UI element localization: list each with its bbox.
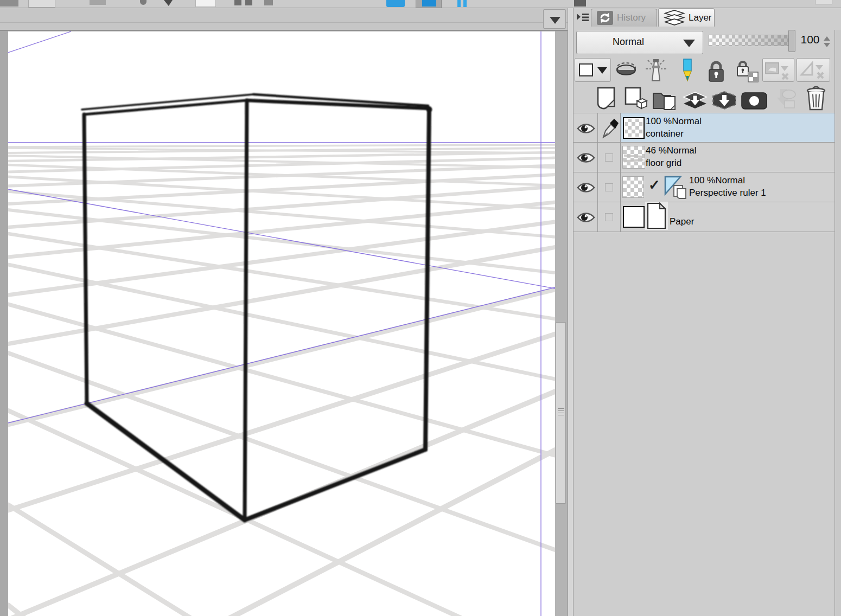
layer-row-main[interactable]: 100 %Normal container xyxy=(621,113,834,142)
delete-layer-trash-icon[interactable] xyxy=(804,86,828,112)
layer-row-main[interactable]: Paper xyxy=(621,202,834,232)
canvas-collapse-button[interactable] xyxy=(543,9,566,29)
toolbar-fragment-swatch xyxy=(195,0,216,7)
panel-menu-button[interactable] xyxy=(575,10,590,24)
draft-layer-pencil-icon[interactable] xyxy=(680,58,695,83)
eye-icon xyxy=(577,151,595,164)
visibility-cell[interactable] xyxy=(574,113,598,142)
toolbar-fragment-icon xyxy=(234,0,241,5)
edit-target-cell[interactable] xyxy=(598,143,621,172)
merge-down-icon[interactable] xyxy=(683,91,708,111)
perspective-ruler-icon xyxy=(664,176,687,201)
layer-name: Perspective ruler 1 xyxy=(689,188,766,198)
lock-transparent-pixels-icon[interactable] xyxy=(735,60,760,83)
layers-icon xyxy=(664,10,685,25)
layer-thumbnail[interactable] xyxy=(623,146,645,168)
layer-name: floor grid xyxy=(646,158,681,169)
opacity-slider-handle[interactable] xyxy=(788,30,795,52)
layer-row-perspective-ruler[interactable]: ✓ 100 %Normal Perspective ruler 1 xyxy=(574,172,834,202)
reference-layer-lighthouse-icon[interactable] xyxy=(645,58,667,83)
create-layer-mask-icon[interactable] xyxy=(741,92,767,110)
layer-opacity-mode: 100 %Normal xyxy=(646,116,702,127)
layer-color-dropdown-button[interactable] xyxy=(575,58,611,82)
clipped-toolbar-strip xyxy=(0,0,841,8)
toolbar-fragment-pressed-button xyxy=(416,0,442,8)
toolbar-fragment-button xyxy=(815,0,832,4)
divider xyxy=(0,22,568,23)
layer-panel: History Layer Normal 100 xyxy=(574,8,841,616)
drawing-canvas[interactable] xyxy=(8,31,555,616)
toolbar-fragment-icon xyxy=(0,0,18,7)
scrollbar-thumb[interactable] xyxy=(556,322,566,504)
mask-disabled-icon xyxy=(763,59,794,81)
layer-row-main[interactable]: ✓ 100 %Normal Perspective ruler 1 xyxy=(621,172,834,202)
visibility-cell[interactable] xyxy=(574,202,598,232)
toolbar-fragment-icon xyxy=(245,0,252,5)
layer-row-floor-grid[interactable]: 46 %Normal floor grid xyxy=(574,143,834,172)
canvas-artwork xyxy=(8,31,555,616)
edit-target-cell[interactable] xyxy=(598,113,621,142)
toolbar-fragment-icon xyxy=(574,0,586,7)
edit-target-cell[interactable] xyxy=(598,172,621,202)
history-icon xyxy=(597,11,613,25)
chevron-down-icon xyxy=(683,40,695,47)
chevron-down-icon xyxy=(550,17,560,24)
tab-layer[interactable]: Layer xyxy=(658,8,715,27)
toolbar-fragment-blue-bars-icon xyxy=(457,0,461,7)
paper-layer-icon xyxy=(645,201,668,230)
target-checkbox xyxy=(605,153,613,162)
clip-to-layer-below-icon[interactable] xyxy=(615,61,637,79)
layer-thumbnail[interactable] xyxy=(623,206,645,228)
layer-row-main[interactable]: 46 %Normal floor grid xyxy=(621,143,834,172)
visibility-cell[interactable] xyxy=(574,172,598,202)
layer-opacity-mode: 100 %Normal xyxy=(689,175,745,186)
layer-name: container xyxy=(646,129,684,139)
enable-mask-button-disabled[interactable] xyxy=(762,58,794,82)
layer-list: 100 %Normal container 46 %Normal floor g… xyxy=(574,113,834,232)
target-checkbox xyxy=(605,183,613,191)
opacity-spin-down[interactable] xyxy=(824,43,830,47)
toolbar-fragment-icon xyxy=(140,0,146,5)
new-raster-layer-icon[interactable] xyxy=(596,87,616,111)
visibility-cell[interactable] xyxy=(574,143,598,172)
tab-history-label: History xyxy=(617,12,646,23)
layer-thumbnail[interactable] xyxy=(623,177,644,197)
new-vector-layer-icon[interactable] xyxy=(624,87,648,111)
merge-visible-to-new-layer-icon[interactable] xyxy=(712,91,737,111)
blend-mode-value: Normal xyxy=(613,36,644,48)
thumbnail-art xyxy=(624,155,644,158)
layer-row-container[interactable]: 100 %Normal container xyxy=(574,113,834,143)
opacity-slider[interactable] xyxy=(709,35,789,46)
toolbar-fragment-icon xyxy=(264,0,273,5)
eye-icon xyxy=(577,181,595,194)
toolbar-fragment-blue-bars-icon xyxy=(463,0,467,7)
tab-history[interactable]: History xyxy=(591,9,657,27)
canvas-viewport xyxy=(0,30,568,616)
layer-thumbnail[interactable] xyxy=(623,117,645,139)
canvas-vertical-scrollbar[interactable] xyxy=(555,31,567,616)
lock-layer-icon[interactable] xyxy=(706,60,726,83)
chevron-down-icon xyxy=(597,67,607,74)
ruler-disabled-icon xyxy=(797,59,830,81)
opacity-spin-up[interactable] xyxy=(824,36,830,41)
pen-icon xyxy=(600,118,620,139)
target-checkbox xyxy=(605,213,613,221)
layer-row-paper[interactable]: Paper xyxy=(574,202,834,232)
panel-splitter[interactable] xyxy=(568,8,574,616)
toolbar-fragment-icon xyxy=(90,0,106,5)
apply-mask-icon-disabled[interactable] xyxy=(773,88,798,110)
ruler-snap-checkmark-icon[interactable]: ✓ xyxy=(648,177,660,194)
layer-color-swatch xyxy=(579,63,593,76)
scrollbar-grip-icon xyxy=(558,408,564,416)
panel-scrollbar[interactable] xyxy=(834,30,841,616)
layer-opacity-mode: 46 %Normal xyxy=(646,145,697,156)
blend-mode-select[interactable]: Normal xyxy=(576,31,703,54)
new-layer-folder-icon[interactable] xyxy=(652,89,678,111)
opacity-value: 100 xyxy=(798,33,823,46)
edit-target-cell[interactable] xyxy=(598,202,621,232)
ruler-action-button-disabled[interactable] xyxy=(797,58,830,82)
menu-icon xyxy=(575,10,590,24)
opacity-gradient xyxy=(709,35,788,46)
toolbar-fragment-cursor-icon xyxy=(164,0,173,6)
thumbnail-art xyxy=(624,158,644,162)
